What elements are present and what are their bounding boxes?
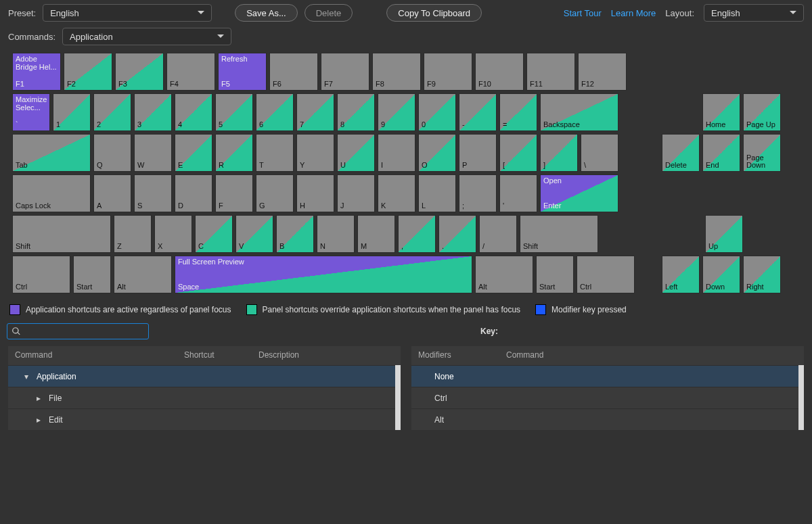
search-input[interactable] bbox=[25, 327, 140, 337]
key-f7[interactable]: F7 bbox=[321, 53, 369, 91]
command-row[interactable]: Application bbox=[8, 365, 401, 387]
key-g[interactable]: G bbox=[256, 174, 294, 212]
key-b[interactable]: B bbox=[276, 215, 314, 253]
key-f11[interactable]: F11 bbox=[526, 53, 575, 91]
key-i[interactable]: I bbox=[378, 134, 415, 172]
key-caps-lock[interactable]: Caps Lock bbox=[12, 174, 91, 212]
key--[interactable]: / bbox=[479, 215, 517, 253]
key-9[interactable]: 9 bbox=[378, 93, 415, 131]
key-5[interactable]: 5 bbox=[215, 93, 253, 131]
key-j[interactable]: J bbox=[337, 174, 375, 212]
key--[interactable]: Maximize Selec...` bbox=[12, 93, 50, 131]
key-f9[interactable]: F9 bbox=[424, 53, 472, 91]
key-up[interactable]: Up bbox=[705, 215, 743, 253]
delete-button[interactable]: Delete bbox=[304, 4, 353, 22]
key-k[interactable]: K bbox=[378, 174, 415, 212]
key-e[interactable]: E bbox=[175, 134, 212, 172]
key-tab[interactable]: Tab bbox=[12, 134, 91, 172]
legend-mod-text: Modifier key pressed bbox=[551, 305, 627, 314]
key--[interactable]: , bbox=[398, 215, 436, 253]
key-ctrl[interactable]: Ctrl bbox=[12, 256, 70, 293]
layout-dropdown[interactable]: English bbox=[704, 4, 804, 22]
key-f6[interactable]: F6 bbox=[269, 53, 318, 91]
copy-clipboard-button[interactable]: Copy To Clipboard bbox=[386, 4, 482, 22]
preset-dropdown[interactable]: English bbox=[43, 4, 212, 22]
key-space[interactable]: Full Screen PreviewSpace bbox=[175, 256, 472, 293]
key-7[interactable]: 7 bbox=[296, 93, 334, 131]
key-enter[interactable]: OpenEnter bbox=[540, 174, 618, 212]
search-input-wrap[interactable] bbox=[7, 323, 149, 339]
key--[interactable]: ' bbox=[499, 174, 537, 212]
key-start[interactable]: Start bbox=[536, 256, 574, 293]
key-alt[interactable]: Alt bbox=[475, 256, 533, 293]
key-backspace[interactable]: Backspace bbox=[540, 93, 618, 131]
key--[interactable]: ; bbox=[459, 174, 497, 212]
key-end[interactable]: End bbox=[702, 134, 740, 172]
key-x[interactable]: X bbox=[154, 215, 192, 253]
key-6[interactable]: 6 bbox=[256, 93, 294, 131]
key-0[interactable]: 0 bbox=[418, 93, 456, 131]
key-t[interactable]: T bbox=[256, 134, 294, 172]
learn-more-link[interactable]: Learn More bbox=[611, 8, 656, 18]
key-r[interactable]: R bbox=[215, 134, 253, 172]
key-m[interactable]: M bbox=[357, 215, 395, 253]
key-l[interactable]: L bbox=[418, 174, 456, 212]
key-n[interactable]: N bbox=[317, 215, 355, 253]
key-3[interactable]: 3 bbox=[134, 93, 172, 131]
key-f5[interactable]: RefreshF5 bbox=[218, 53, 267, 91]
key--[interactable]: - bbox=[459, 93, 497, 131]
key-4[interactable]: 4 bbox=[175, 93, 212, 131]
scrollbar[interactable] bbox=[798, 365, 804, 430]
key-1[interactable]: 1 bbox=[53, 93, 91, 131]
key-8[interactable]: 8 bbox=[337, 93, 375, 131]
scrollbar[interactable] bbox=[395, 365, 401, 430]
key-o[interactable]: O bbox=[418, 134, 456, 172]
key-h[interactable]: H bbox=[296, 174, 334, 212]
key-f1[interactable]: Adobe Bridge Hel...F1 bbox=[12, 53, 61, 91]
key-z[interactable]: Z bbox=[114, 215, 152, 253]
start-tour-link[interactable]: Start Tour bbox=[564, 8, 602, 18]
key-right[interactable]: Right bbox=[743, 256, 781, 293]
key-u[interactable]: U bbox=[337, 134, 375, 172]
key-2[interactable]: 2 bbox=[93, 93, 131, 131]
key-shift[interactable]: Shift bbox=[520, 215, 598, 253]
key--[interactable]: . bbox=[438, 215, 476, 253]
key-home[interactable]: Home bbox=[702, 93, 740, 131]
key-s[interactable]: S bbox=[134, 174, 172, 212]
key-f[interactable]: F bbox=[215, 174, 253, 212]
key-a[interactable]: A bbox=[93, 174, 131, 212]
key-c[interactable]: C bbox=[195, 215, 233, 253]
key-page-down[interactable]: Page Down bbox=[743, 134, 781, 172]
modifier-row[interactable]: Ctrl bbox=[411, 387, 804, 408]
key-page-up[interactable]: Page Up bbox=[743, 93, 781, 131]
key--[interactable]: \ bbox=[581, 134, 618, 172]
command-row[interactable]: Edit bbox=[8, 408, 401, 430]
key-f2[interactable]: F2 bbox=[64, 53, 112, 91]
key-y[interactable]: Y bbox=[296, 134, 334, 172]
key-alt[interactable]: Alt bbox=[114, 256, 172, 293]
key-p[interactable]: P bbox=[459, 134, 497, 172]
key-left[interactable]: Left bbox=[662, 256, 700, 293]
key-f8[interactable]: F8 bbox=[372, 53, 421, 91]
save-as-button[interactable]: Save As... bbox=[235, 4, 298, 22]
command-row[interactable]: File bbox=[8, 387, 401, 408]
key-down[interactable]: Down bbox=[702, 256, 740, 293]
key-w[interactable]: W bbox=[134, 134, 172, 172]
key-d[interactable]: D bbox=[175, 174, 212, 212]
key--[interactable]: [ bbox=[499, 134, 537, 172]
key-f10[interactable]: F10 bbox=[475, 53, 524, 91]
key--[interactable]: = bbox=[499, 93, 537, 131]
key-delete[interactable]: Delete bbox=[662, 134, 700, 172]
modifier-row[interactable]: None bbox=[411, 365, 804, 387]
key-q[interactable]: Q bbox=[93, 134, 131, 172]
key-start[interactable]: Start bbox=[73, 256, 111, 293]
commands-dropdown[interactable]: Application bbox=[62, 28, 231, 45]
key-f3[interactable]: F3 bbox=[115, 53, 164, 91]
key-f12[interactable]: F12 bbox=[578, 53, 627, 91]
key-v[interactable]: V bbox=[235, 215, 273, 253]
key-shift[interactable]: Shift bbox=[12, 215, 111, 253]
key-f4[interactable]: F4 bbox=[166, 53, 215, 91]
key--[interactable]: ] bbox=[540, 134, 578, 172]
key-ctrl[interactable]: Ctrl bbox=[577, 256, 635, 293]
modifier-row[interactable]: Alt bbox=[411, 408, 804, 430]
